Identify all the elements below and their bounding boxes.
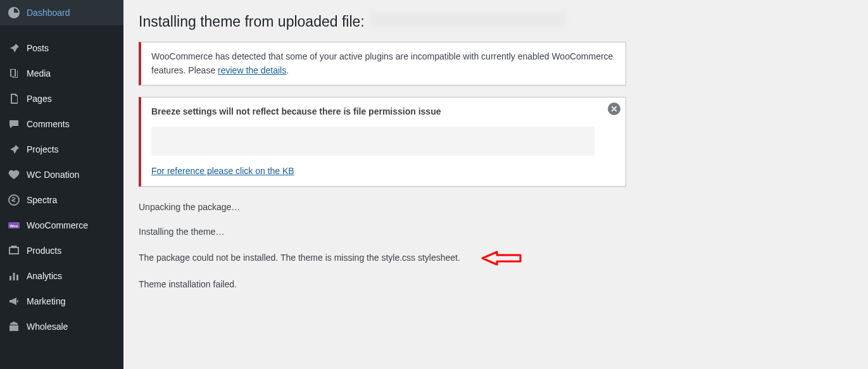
notice-text: WooCommerce has detected that some of yo… bbox=[151, 50, 615, 77]
sidebar-item-pages[interactable]: Pages bbox=[0, 86, 123, 111]
main-content: Installing theme from uploaded file: Woo… bbox=[123, 0, 868, 369]
pages-icon bbox=[8, 92, 20, 105]
status-failed: Theme installation failed. bbox=[139, 278, 626, 291]
heart-icon bbox=[8, 168, 20, 181]
notice-link[interactable]: review the details bbox=[218, 65, 286, 75]
analytics-icon bbox=[8, 270, 20, 282]
woo-icon: Woo bbox=[8, 219, 20, 232]
sidebar-item-marketing[interactable]: Marketing bbox=[0, 289, 123, 314]
wholesale-icon bbox=[8, 320, 20, 333]
sidebar-item-label: Posts bbox=[27, 43, 49, 53]
install-status: Unpacking the package… Installing the th… bbox=[139, 201, 626, 291]
marketing-icon bbox=[8, 295, 20, 308]
page-title-text: Installing theme from uploaded file: bbox=[139, 13, 365, 30]
products-icon bbox=[8, 244, 20, 257]
pin-icon bbox=[8, 143, 20, 156]
sidebar-item-media[interactable]: Media bbox=[0, 61, 123, 86]
sidebar-item-label: Wholesale bbox=[27, 322, 68, 332]
pin-icon bbox=[8, 42, 20, 54]
svg-text:Woo: Woo bbox=[10, 224, 18, 228]
media-icon bbox=[8, 67, 20, 80]
sidebar-item-spectra[interactable]: Spectra bbox=[0, 187, 123, 213]
sidebar-item-label: Media bbox=[27, 68, 51, 78]
svg-rect-4 bbox=[13, 273, 15, 280]
sidebar-item-label: Products bbox=[27, 246, 61, 256]
redacted-notice-body bbox=[151, 127, 594, 156]
sidebar-item-label: WooCommerce bbox=[27, 220, 88, 230]
sidebar-item-label: WC Donation bbox=[27, 170, 79, 180]
sidebar-item-posts[interactable]: Posts bbox=[0, 35, 123, 61]
sidebar-item-wholesale[interactable]: Wholesale bbox=[0, 314, 123, 339]
sidebar-item-label: Projects bbox=[27, 144, 59, 154]
sidebar-item-dashboard[interactable]: Dashboard bbox=[0, 0, 123, 25]
admin-sidebar: Dashboard Posts Media Pages Comments Pro… bbox=[0, 0, 123, 369]
sidebar-item-wcdonation[interactable]: WC Donation bbox=[0, 162, 123, 187]
svg-rect-5 bbox=[16, 275, 18, 280]
notice-kb-link[interactable]: For reference please click on the KB bbox=[151, 166, 294, 176]
notice-heading: Breeze settings will not reflect because… bbox=[151, 106, 441, 116]
svg-rect-3 bbox=[9, 276, 11, 280]
status-unpacking: Unpacking the package… bbox=[139, 201, 626, 214]
close-icon[interactable] bbox=[608, 103, 620, 115]
sidebar-item-woocommerce[interactable]: Woo WooCommerce bbox=[0, 213, 123, 238]
sidebar-item-comments[interactable]: Comments bbox=[0, 111, 123, 137]
status-installing: Installing the theme… bbox=[139, 225, 626, 239]
notice-breeze: Breeze settings will not reflect because… bbox=[139, 97, 626, 186]
annotation-arrow-icon bbox=[479, 250, 524, 266]
comments-icon bbox=[8, 118, 20, 130]
sidebar-item-label: Pages bbox=[27, 94, 52, 104]
sidebar-item-label: Dashboard bbox=[27, 8, 70, 18]
sidebar-item-label: Analytics bbox=[27, 271, 62, 281]
sidebar-item-analytics[interactable]: Analytics bbox=[0, 263, 123, 289]
spectra-icon bbox=[8, 194, 20, 206]
dashboard-icon bbox=[8, 6, 20, 19]
sidebar-item-label: Spectra bbox=[27, 195, 57, 205]
status-error: The package could not be installed. The … bbox=[139, 251, 460, 265]
sidebar-item-products[interactable]: Products bbox=[0, 238, 123, 263]
sidebar-item-projects[interactable]: Projects bbox=[0, 137, 123, 162]
sidebar-item-label: Comments bbox=[27, 119, 70, 129]
sidebar-item-label: Marketing bbox=[27, 296, 65, 306]
page-title: Installing theme from uploaded file: bbox=[139, 13, 855, 30]
notice-text-after: . bbox=[286, 65, 289, 75]
redacted-filename bbox=[370, 13, 566, 27]
notice-woocommerce: WooCommerce has detected that some of yo… bbox=[139, 42, 626, 85]
